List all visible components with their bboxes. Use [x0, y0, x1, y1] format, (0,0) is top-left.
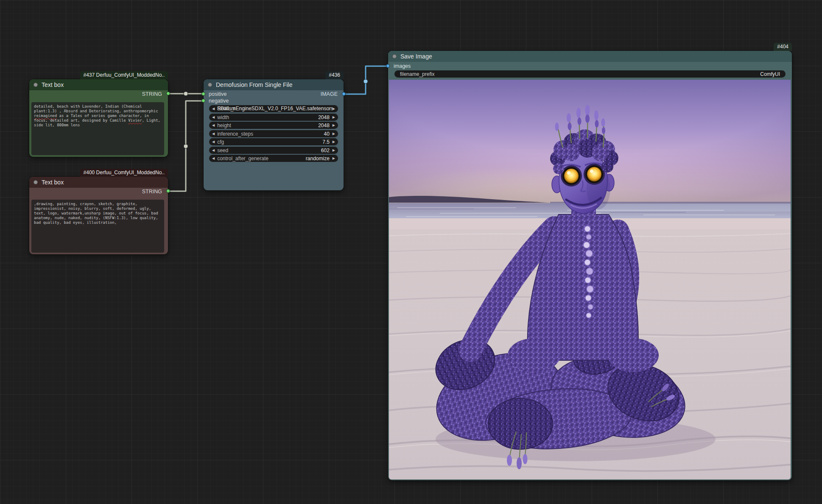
input-slot-images[interactable] — [386, 64, 390, 68]
input-slot-positive[interactable] — [201, 92, 205, 96]
output-slot-image[interactable] — [342, 92, 346, 96]
link-negative-string — [168, 101, 204, 191]
increment-arrow-icon[interactable]: ▶ — [333, 114, 335, 121]
node-id-badge: #436 — [325, 71, 344, 79]
widget-value: 7.5 — [322, 139, 330, 145]
link-midpoint-dot — [363, 79, 368, 84]
node-title-bar[interactable]: Text box — [29, 79, 168, 90]
generated-image-preview — [389, 80, 791, 479]
decrement-arrow-icon[interactable]: ◀ — [212, 130, 215, 137]
negative-prompt-text[interactable]: ,drawing, painting, crayon, sketch, grap… — [31, 200, 164, 253]
node-title: Text box — [42, 81, 64, 88]
link-midpoint-dot — [184, 92, 188, 96]
filename-prefix-widget[interactable]: filename_prefix ComfyUI — [394, 70, 786, 78]
widget-value: 602 — [321, 148, 330, 153]
node-id-badge: #404 — [774, 43, 792, 51]
output-label-image: IMAGE — [321, 91, 338, 97]
collapse-dot-icon[interactable] — [392, 54, 397, 58]
widget-value: 40 — [324, 131, 329, 137]
node-demofusion[interactable]: #436 Demofusion From Single File positiv… — [204, 79, 344, 190]
widget-value: ComfyUI — [760, 71, 780, 77]
output-label-string: STRING — [142, 189, 162, 195]
input-label-images: images — [394, 63, 411, 69]
decrement-arrow-icon[interactable]: ◀ — [212, 114, 215, 121]
node-graph-canvas[interactable]: #437 Derfuu_ComfyUI_ModdedNo.. Text box … — [0, 0, 822, 504]
widget-label: control_after_generate — [217, 156, 306, 162]
ckpt-overlay-text: SDXL_r — [217, 105, 235, 112]
input-label-negative: negative — [209, 98, 229, 104]
decrement-arrow-icon[interactable]: ◀ — [212, 138, 215, 145]
node-title: Text box — [42, 179, 64, 186]
next-option-arrow-icon[interactable]: ▶ — [333, 155, 335, 162]
widget-value: randomize — [306, 156, 330, 162]
link-image — [344, 66, 388, 94]
output-slot-string[interactable] — [166, 189, 170, 193]
widget-label: seed — [217, 148, 321, 153]
decrement-arrow-icon[interactable]: ◀ — [212, 122, 215, 129]
positive-prompt-text[interactable]: detailed, beach with Lavender, Indian (C… — [31, 102, 164, 155]
node-id-badge: #437 Derfuu_ComfyUI_ModdedNo.. — [80, 71, 168, 79]
increment-arrow-icon[interactable]: ▶ — [333, 122, 335, 129]
widget-label: height — [217, 123, 318, 128]
increment-arrow-icon[interactable]: ▶ — [333, 147, 335, 154]
output-slot-string[interactable] — [166, 92, 170, 95]
node-title-bar[interactable]: Demofusion From Single File — [204, 79, 344, 90]
lavender-figure-illustration — [389, 80, 791, 479]
node-save-image[interactable]: #404 Save Image images filename_prefix C… — [388, 51, 792, 480]
node-title-bar[interactable]: Text box — [29, 177, 168, 188]
cfg-widget[interactable]: ◀ cfg 7.5 ▶ — [209, 138, 338, 145]
decrement-arrow-icon[interactable]: ◀ — [212, 147, 215, 154]
node-title-bar[interactable]: Save Image — [388, 51, 792, 62]
seed-widget[interactable]: ◀ seed 602 ▶ — [209, 147, 338, 154]
node-title: Save Image — [400, 53, 432, 60]
prev-option-arrow-icon[interactable]: ◀ — [212, 155, 215, 162]
increment-arrow-icon[interactable]: ▶ — [333, 138, 335, 145]
collapse-dot-icon[interactable] — [208, 83, 212, 87]
width-widget[interactable]: ◀ width 2048 ▶ — [209, 114, 338, 121]
inference-steps-widget[interactable]: ◀ inference_steps 40 ▶ — [209, 130, 338, 137]
output-label-string: STRING — [142, 91, 162, 97]
node-title: Demofusion From Single File — [216, 81, 293, 88]
increment-arrow-icon[interactable]: ▶ — [333, 130, 335, 137]
widget-label: width — [217, 114, 318, 120]
widget-label: cfg — [217, 139, 322, 145]
control-after-generate-widget[interactable]: ◀ control_after_generate randomize ▶ — [209, 155, 338, 162]
node-id-badge: #400 Derfuu_ComfyUI_ModdedNo.. — [80, 169, 168, 177]
collapse-dot-icon[interactable] — [34, 83, 38, 87]
widget-label: inference_steps — [217, 131, 324, 137]
widget-value: 2048 — [318, 114, 330, 120]
collapse-dot-icon[interactable] — [34, 180, 38, 184]
widget-label: filename_prefix — [400, 71, 434, 77]
input-label-positive: positive — [209, 91, 226, 97]
link-midpoint-dot — [184, 144, 188, 148]
ckpt-name-widget[interactable]: ◀ RealismEngineSDXL_V2.0_FP16_VAE.safete… — [209, 105, 338, 112]
widget-value: 2048 — [318, 123, 330, 128]
input-slot-negative[interactable] — [201, 99, 205, 103]
node-negative-text-box[interactable]: #400 Derfuu_ComfyUI_ModdedNo.. Text box … — [29, 177, 168, 254]
height-widget[interactable]: ◀ height 2048 ▶ — [209, 122, 338, 129]
node-positive-text-box[interactable]: #437 Derfuu_ComfyUI_ModdedNo.. Text box … — [29, 79, 168, 157]
next-option-arrow-icon[interactable]: ▶ — [333, 105, 335, 112]
